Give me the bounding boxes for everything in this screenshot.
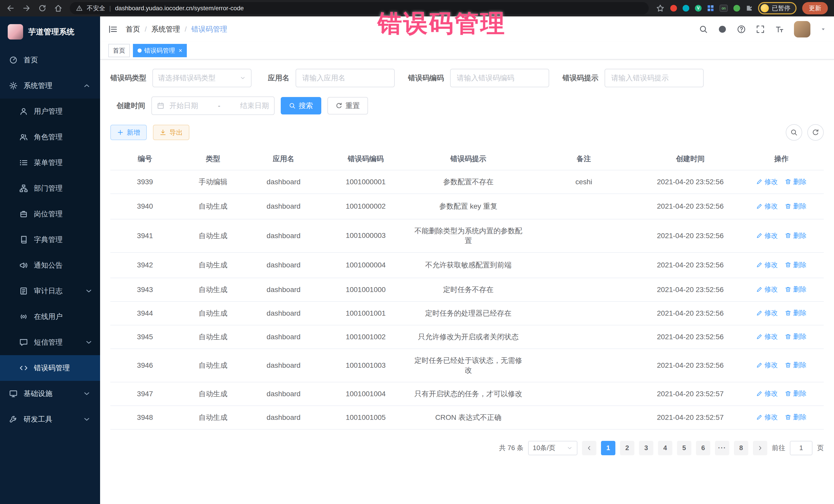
record-extension-icon[interactable] <box>670 5 677 12</box>
tab-error-code[interactable]: 错误码管理 × <box>133 44 187 57</box>
sidebar-item-roles[interactable]: 角色管理 <box>0 124 100 150</box>
teal-extension-icon[interactable] <box>683 5 689 12</box>
breadcrumb: 首页 / 系统管理 / 错误码管理 <box>126 24 227 34</box>
error-type-select[interactable]: 请选择错误码类型 <box>152 69 251 87</box>
delete-link[interactable]: 删除 <box>785 177 807 186</box>
grid-extension-icon[interactable] <box>707 5 714 12</box>
cell-id: 3940 <box>110 194 180 219</box>
edit-link[interactable]: 修改 <box>756 177 778 186</box>
sidebar-item-users[interactable]: 用户管理 <box>0 98 100 124</box>
help-icon[interactable] <box>737 25 746 34</box>
green-v-extension-icon[interactable]: V <box>695 5 702 12</box>
date-range-picker[interactable]: 开始日期 - 结束日期 <box>151 96 275 115</box>
cell-created: 2021-04-20 23:52:57 <box>641 406 739 429</box>
page-button[interactable]: 5 <box>677 441 691 455</box>
col-id: 编号 <box>110 148 180 170</box>
cell-remark <box>526 219 641 253</box>
delete-link[interactable]: 删除 <box>785 308 807 317</box>
trash-icon <box>785 286 791 292</box>
sidebar-item-sms[interactable]: 短信管理 <box>0 329 100 355</box>
search-button[interactable]: 搜索 <box>281 97 321 114</box>
github-icon[interactable] <box>718 25 727 34</box>
edit-link[interactable]: 修改 <box>756 261 778 269</box>
table-row: 3944 自动生成 dashboard 1001001001 定时任务的处理器已… <box>110 302 824 325</box>
goto-page-input[interactable] <box>790 441 812 455</box>
delete-link[interactable]: 删除 <box>785 261 807 269</box>
star-icon[interactable] <box>656 4 665 13</box>
edit-link[interactable]: 修改 <box>756 360 778 370</box>
delete-link[interactable]: 删除 <box>785 202 807 211</box>
delete-link[interactable]: 删除 <box>785 231 807 240</box>
caret-down-icon[interactable] <box>821 27 826 32</box>
sidebar-item-audit-log[interactable]: 审计日志 <box>0 278 100 304</box>
delete-link[interactable]: 删除 <box>785 332 807 341</box>
delete-link[interactable]: 删除 <box>785 360 807 370</box>
sidebar-item-home[interactable]: 首页 <box>0 47 100 73</box>
more-pages-button[interactable]: ··· <box>715 441 729 455</box>
page-size-select[interactable]: 10条/页 <box>528 441 577 455</box>
sidebar-item-error-code[interactable]: 错误码管理 <box>0 355 100 381</box>
search-icon[interactable] <box>699 25 708 34</box>
page-button[interactable]: 1 <box>601 441 615 455</box>
back-icon[interactable] <box>6 4 15 13</box>
delete-link[interactable]: 删除 <box>785 389 807 398</box>
edit-link[interactable]: 修改 <box>756 202 778 211</box>
forward-icon[interactable] <box>22 4 31 13</box>
app-name-input[interactable] <box>295 69 395 87</box>
page-button[interactable]: 3 <box>639 441 653 455</box>
prev-page-button[interactable] <box>582 441 596 455</box>
reload-icon[interactable] <box>38 4 47 13</box>
cell-actions: 修改删除 <box>739 349 824 382</box>
edit-link[interactable]: 修改 <box>756 389 778 398</box>
export-button[interactable]: 导出 <box>153 125 190 140</box>
edit-link[interactable]: 修改 <box>756 231 778 240</box>
sidebar-item-infrastructure[interactable]: 基础设施 <box>0 381 100 407</box>
sidebar-item-positions[interactable]: 岗位管理 <box>0 201 100 227</box>
table-toolbar: 新增 导出 <box>110 124 824 140</box>
address-bar[interactable]: 不安全 | dashboard.yudao.iocoder.cn/system/… <box>70 2 649 14</box>
paused-badge[interactable]: 已暂停 <box>758 2 796 14</box>
sidebar-item-online-users[interactable]: 在线用户 <box>0 304 100 329</box>
delete-link[interactable]: 删除 <box>785 413 807 422</box>
edit-link[interactable]: 修改 <box>756 308 778 317</box>
sidebar-item-label: 部门管理 <box>34 183 63 193</box>
error-code-input[interactable] <box>450 69 549 87</box>
breadcrumb-system[interactable]: 系统管理 <box>151 24 180 34</box>
leaf-extension-icon[interactable] <box>733 5 740 12</box>
breadcrumb-home[interactable]: 首页 <box>126 24 140 34</box>
sidebar-item-dev-tools[interactable]: 研发工具 <box>0 407 100 432</box>
tab-home[interactable]: 首页 <box>108 44 130 57</box>
hamburger-icon[interactable] <box>108 25 117 34</box>
error-code-label: 错误码编码 <box>408 73 450 83</box>
close-icon[interactable]: × <box>178 47 182 53</box>
avatar[interactable] <box>794 21 810 38</box>
sidebar-item-system[interactable]: 系统管理 <box>0 73 100 98</box>
sidebar-item-departments[interactable]: 部门管理 <box>0 176 100 201</box>
refresh-table-button[interactable] <box>807 124 824 140</box>
error-hint-input[interactable] <box>605 69 704 87</box>
sidebar-item-announcements[interactable]: 通知公告 <box>0 253 100 278</box>
toggle-search-button[interactable] <box>786 124 802 140</box>
edit-link[interactable]: 修改 <box>756 285 778 294</box>
edit-link[interactable]: 修改 <box>756 413 778 422</box>
fullscreen-icon[interactable] <box>756 25 765 34</box>
page-button[interactable]: 4 <box>658 441 672 455</box>
on-extension-icon[interactable]: on <box>720 5 728 12</box>
page-button[interactable]: 8 <box>734 441 748 455</box>
delete-link[interactable]: 删除 <box>785 285 807 294</box>
page-button[interactable]: 6 <box>696 441 710 455</box>
sidebar-item-menus[interactable]: 菜单管理 <box>0 150 100 176</box>
reset-button[interactable]: 重置 <box>327 97 368 114</box>
font-size-icon[interactable] <box>775 25 784 34</box>
update-button[interactable]: 更新 <box>802 2 828 14</box>
home-icon[interactable] <box>54 4 63 13</box>
date-end-placeholder: 结束日期 <box>240 101 269 111</box>
add-button[interactable]: 新增 <box>110 125 147 140</box>
pencil-icon <box>756 334 762 340</box>
edit-link[interactable]: 修改 <box>756 332 778 341</box>
sidebar-item-dictionary[interactable]: 字典管理 <box>0 227 100 253</box>
next-page-button[interactable] <box>753 441 767 455</box>
cell-type: 自动生成 <box>180 325 246 349</box>
puzzle-extension-icon[interactable] <box>746 5 752 12</box>
page-button[interactable]: 2 <box>620 441 634 455</box>
